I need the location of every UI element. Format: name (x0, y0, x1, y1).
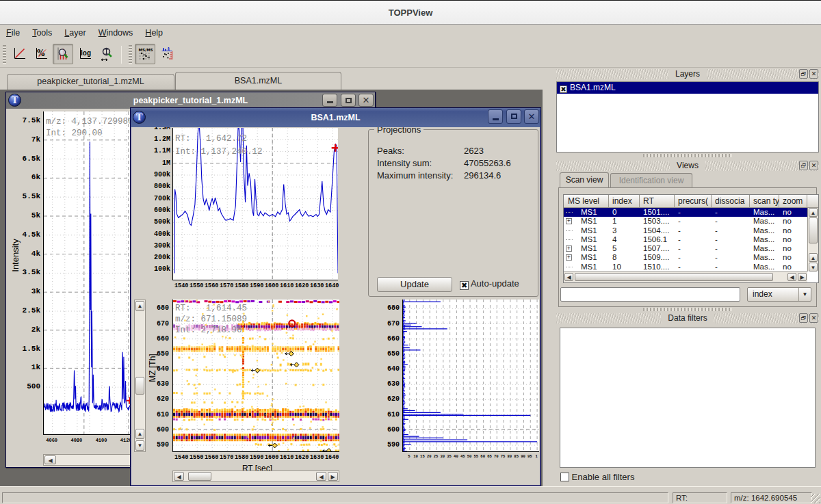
combo-dropdown-arrow[interactable]: ▼ (798, 288, 811, 301)
data-filters-close-button[interactable]: ✕ (809, 313, 818, 323)
window-bsa1-titlebar[interactable]: T BSA1.mzML ✕ (131, 108, 540, 127)
scan-filter-input[interactable] (560, 287, 740, 302)
bsa-hscrollbar[interactable]: ◀◀▶ (172, 470, 339, 482)
column-header-MSlevel[interactable]: MS level (564, 195, 609, 207)
scan-row[interactable]: +MS111503....--Mas...no (564, 217, 818, 226)
toolbar-grip[interactable] (3, 45, 6, 64)
views-close-button[interactable]: ✕ (809, 161, 818, 170)
scroll-slider[interactable] (188, 472, 211, 481)
status-rt: RT: (673, 492, 727, 503)
update-button[interactable]: Update (377, 277, 452, 292)
scan-row[interactable]: +MS181509....--Mas...no (564, 253, 818, 262)
column-header-precurs[interactable]: precurs( (675, 195, 712, 207)
scan-row[interactable]: MS1101510....--Mas...no (564, 263, 818, 271)
menu-help[interactable]: Help (139, 25, 169, 42)
chrom-xtick: 1640 (321, 282, 343, 289)
expand-icon[interactable]: + (566, 254, 572, 261)
log-intensity-icon[interactable]: log (75, 44, 95, 64)
column-header-RT[interactable]: RT (640, 195, 675, 207)
scroll-left-button2[interactable]: ◀ (787, 273, 796, 281)
scroll-left-button[interactable]: ◀ (174, 472, 184, 481)
scroll-up-button[interactable]: ▲ (135, 301, 144, 311)
data-filters-float-button[interactable]: 🗗 (799, 313, 808, 323)
layers-views-splitter[interactable] (643, 154, 732, 157)
peaks-value: 2623 (464, 146, 484, 156)
scroll-up-button2[interactable]: ▲ (135, 429, 144, 439)
scroll-up-button[interactable]: ▲ (809, 208, 818, 217)
toolbar-separator (121, 46, 122, 64)
bsa-mz-projection-plot[interactable] (402, 300, 539, 452)
scroll-right-button[interactable]: ▶ (798, 273, 807, 281)
scan-row[interactable]: MS101501....--Mas...no (564, 208, 818, 217)
scan-table-hscrollbar[interactable]: ◀◀▶ (564, 271, 807, 282)
menu-tools[interactable]: Tools (26, 25, 58, 42)
layers-header: Layers🗗✕ (556, 69, 819, 79)
column-header-dissocia[interactable]: dissocia (712, 195, 750, 207)
expand-icon[interactable]: + (566, 246, 572, 252)
proj-xtick: 1 (531, 454, 540, 459)
pp-ytick: 3k (12, 287, 40, 295)
enable-filters-row[interactable]: Enable all filters (560, 472, 634, 482)
enable-filters-checkbox[interactable] (560, 473, 569, 481)
dot-plot-icon[interactable] (157, 44, 177, 64)
menu-file[interactable]: File (0, 25, 26, 42)
doc-tab-2[interactable]: BSA1.mzML (175, 72, 341, 90)
chrom-ytick: 500k (143, 218, 170, 226)
layer-label: BSA1.mzML (570, 83, 616, 92)
doc-tab-1[interactable]: peakpicker_tutorial_1.mzML (7, 74, 174, 90)
scan-table-vscrollbar[interactable]: ▲▲▼ (807, 208, 818, 271)
scroll-slider[interactable] (809, 217, 818, 243)
maximize-button[interactable] (506, 109, 521, 124)
scan-row[interactable]: MS131504....--Mas...no (564, 226, 818, 235)
cell: no (779, 208, 807, 217)
column-header-scanty[interactable]: scan ty (750, 195, 779, 207)
scroll-down-button[interactable]: ▼ (135, 440, 144, 451)
scroll-left-button[interactable]: ◀ (44, 455, 56, 464)
views-filters-splitter[interactable] (643, 308, 732, 311)
resize-grip[interactable] (811, 494, 820, 503)
zoom-mode-icon[interactable] (53, 44, 73, 64)
layers-close-button[interactable]: ✕ (809, 69, 818, 79)
layers-float-button[interactable]: 🗗 (799, 69, 808, 79)
scroll-up-button2[interactable]: ▲ (809, 253, 818, 262)
menu-windows[interactable]: Windows (92, 25, 140, 42)
close-button[interactable]: ✕ (359, 94, 374, 107)
scroll-down-button[interactable]: ▼ (809, 263, 818, 271)
views-float-button[interactable]: 🗗 (799, 161, 808, 170)
scroll-slider[interactable] (135, 377, 144, 395)
column-header-index[interactable]: index (609, 195, 640, 207)
scan-row[interactable]: MS141506.1--Mas...no (564, 235, 818, 244)
expand-icon[interactable]: + (566, 218, 572, 224)
scan-filter-combo[interactable]: index▼ (747, 287, 811, 302)
scroll-left-button[interactable]: ◀ (564, 273, 573, 281)
scroll-slider[interactable] (575, 273, 773, 281)
views-header: Views🗗✕ (556, 161, 819, 171)
maximize-button[interactable] (341, 94, 356, 107)
bsa-vscrollbar[interactable]: ▲▲▼ (134, 300, 146, 452)
minimize-button[interactable] (488, 109, 503, 124)
status-message (2, 492, 668, 503)
scroll-right-button[interactable]: ▶ (328, 472, 338, 481)
window-peakpicker-titlebar[interactable]: T peakpicker_tutorial_1.mzML ✕ (6, 92, 375, 109)
percentage-intensity-icon[interactable]: % (31, 44, 51, 64)
column-header-zoom[interactable]: zoom (779, 195, 807, 207)
document-tabbar: peakpicker_tutorial_1.mzMLBSA1.mzML (0, 68, 543, 90)
tree-stub (566, 239, 573, 240)
minimize-button[interactable] (322, 94, 337, 107)
close-button[interactable]: ✕ (524, 109, 539, 124)
views-tab-1[interactable]: Scan view (560, 172, 609, 187)
menu-layer[interactable]: Layer (58, 25, 92, 42)
scroll-left-button2[interactable]: ◀ (316, 472, 326, 481)
layer-checkbox[interactable]: ✖ (560, 85, 567, 93)
views-tab-2[interactable]: Identification view (610, 173, 692, 187)
msms-view-icon[interactable]: MS/MS (135, 44, 155, 64)
reset-zoom-icon[interactable] (9, 44, 29, 64)
layer-item[interactable]: ✖BSA1.mzML (557, 82, 818, 94)
pp-ytick: 2k (12, 326, 40, 334)
autoupdate-checkbox[interactable]: ✖ (460, 281, 469, 290)
scan-row[interactable]: +MS151507....--Mas...no (564, 244, 818, 253)
toolbar-grip[interactable] (129, 45, 132, 64)
window-bsa1[interactable]: T BSA1.mzML ✕ Projections Peaks:2623 Int… (130, 107, 541, 486)
zoom-1d-icon[interactable] (96, 44, 117, 64)
autoupdate-checkbox-row[interactable]: ✖ Auto-update (460, 278, 519, 290)
